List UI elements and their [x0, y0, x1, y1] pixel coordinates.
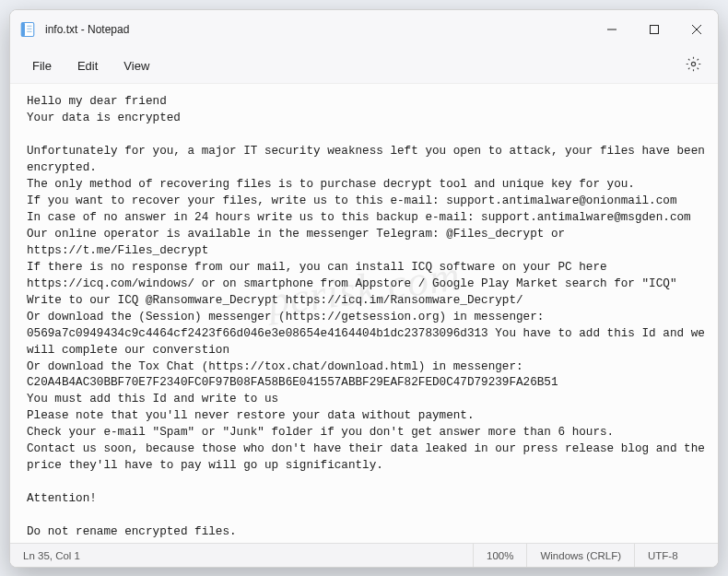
- window-title: info.txt - Notepad: [45, 23, 129, 36]
- svg-rect-6: [651, 26, 659, 34]
- svg-rect-1: [21, 23, 25, 37]
- menu-file[interactable]: File: [21, 55, 63, 76]
- notepad-icon: [19, 21, 36, 38]
- close-button[interactable]: [675, 10, 718, 49]
- menu-edit[interactable]: Edit: [66, 55, 109, 76]
- status-line-ending: Windows (CRLF): [527, 550, 634, 561]
- menubar: File Edit View: [10, 49, 718, 84]
- settings-button[interactable]: [679, 53, 707, 80]
- statusbar: Ln 35, Col 1 100% Windows (CRLF) UTF-8: [10, 543, 718, 567]
- svg-point-9: [691, 62, 695, 65]
- notepad-window: info.txt - Notepad File Edit View: [9, 9, 719, 568]
- gear-icon: [686, 56, 701, 76]
- text-area[interactable]: Hello my dear friend Your data is encryp…: [10, 84, 718, 543]
- status-position: Ln 35, Col 1: [10, 550, 93, 561]
- minimize-button[interactable]: [591, 10, 633, 49]
- title-left: info.txt - Notepad: [19, 21, 129, 38]
- maximize-button[interactable]: [633, 10, 675, 49]
- menu-view[interactable]: View: [112, 55, 160, 76]
- titlebar[interactable]: info.txt - Notepad: [10, 10, 718, 49]
- status-zoom: 100%: [474, 550, 526, 561]
- status-encoding: UTF-8: [635, 550, 718, 561]
- window-controls: [591, 10, 718, 49]
